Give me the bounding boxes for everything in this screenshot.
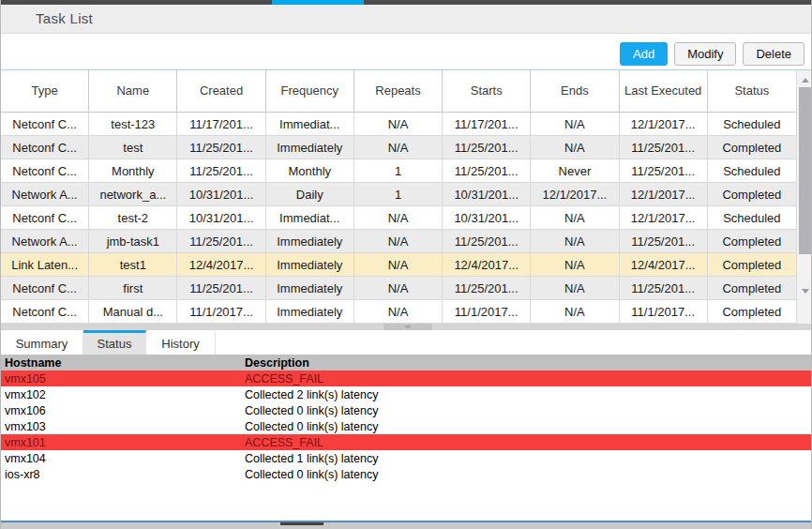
table-cell: Never — [531, 159, 619, 183]
column-header-frequency[interactable]: Frequency — [266, 70, 354, 112]
table-cell: Network A... — [1, 230, 89, 253]
status-row[interactable]: vmx104Collected 1 link(s) latency — [1, 450, 811, 466]
column-header-starts[interactable]: Starts — [443, 70, 531, 112]
page-title: Task List — [36, 10, 93, 26]
hostname-cell: vmx105 — [1, 370, 245, 386]
scroll-up-button[interactable] — [797, 73, 812, 86]
table-cell: N/A — [354, 206, 443, 230]
table-cell: 11/25/201... — [177, 159, 265, 183]
status-row[interactable]: vmx103Collected 0 link(s) latency — [1, 418, 811, 434]
table-cell: Immediately — [266, 230, 354, 253]
table-cell: N/A — [531, 206, 619, 230]
table-cell: Immediat... — [266, 206, 354, 230]
delete-button[interactable]: Delete — [743, 42, 804, 66]
toolbar-buttons: AddModifyDelete — [620, 42, 804, 66]
table-cell: 10/31/201... — [177, 183, 265, 206]
table-cell: Netconf C... — [1, 136, 89, 159]
description-cell: ACCESS_FAIL — [245, 370, 811, 386]
column-header-ends[interactable]: Ends — [531, 70, 619, 112]
table-row[interactable]: Netconf C...test-210/31/201...Immediat..… — [1, 206, 796, 230]
table-cell: Completed — [708, 136, 796, 159]
table-cell: Netconf C... — [1, 159, 89, 183]
table-cell: Immediat... — [266, 113, 354, 136]
task-table-header: TypeNameCreatedFrequencyRepeatsStartsEnd… — [1, 70, 796, 113]
table-cell: N/A — [354, 113, 443, 136]
table-cell: 11/25/201... — [620, 136, 708, 159]
table-cell: Netconf C... — [1, 206, 89, 230]
hostname-cell: vmx104 — [1, 450, 245, 466]
column-header-last-executed[interactable]: Last Executed — [620, 70, 708, 112]
table-cell: N/A — [354, 300, 443, 324]
table-cell: Scheduled — [708, 159, 796, 183]
table-cell: Completed — [708, 277, 796, 300]
table-cell: Completed — [708, 300, 796, 324]
table-row[interactable]: Netconf C...test-12311/17/201...Immediat… — [1, 113, 796, 136]
table-cell: Completed — [708, 230, 796, 253]
column-header-name[interactable]: Name — [89, 70, 177, 112]
status-table-header: Hostname Description — [1, 355, 811, 370]
table-cell: 11/25/201... — [177, 136, 265, 159]
table-cell: jmb-task1 — [89, 230, 177, 253]
description-cell: Collected 0 link(s) latency — [245, 466, 811, 482]
table-cell: 11/25/201... — [620, 159, 708, 183]
task-list-window: Task List AddModifyDelete TypeNameCreate… — [0, 0, 812, 529]
table-row[interactable]: Network A...jmb-task111/25/201...Immedia… — [1, 230, 796, 253]
status-row[interactable]: vmx102Collected 2 link(s) latency — [1, 386, 811, 402]
column-header-status[interactable]: Status — [708, 70, 796, 112]
description-cell: Collected 2 link(s) latency — [245, 386, 811, 402]
scrollbar-thumb[interactable] — [799, 87, 811, 254]
table-cell: 12/1/2017... — [531, 183, 619, 206]
hostname-cell: vmx106 — [1, 402, 245, 418]
table-cell: 12/1/2017... — [620, 183, 708, 206]
panel-splitter[interactable] — [1, 324, 811, 330]
table-cell: 11/17/201... — [443, 113, 531, 136]
table-cell: N/A — [531, 136, 619, 159]
table-cell: test — [89, 136, 177, 159]
status-row[interactable]: vmx101ACCESS_FAIL — [1, 434, 811, 450]
table-row[interactable]: Netconf C...test11/25/201...ImmediatelyN… — [1, 136, 796, 159]
status-row[interactable]: ios-xr8Collected 0 link(s) latency — [1, 466, 811, 482]
hostname-column-header: Hostname — [1, 355, 245, 370]
table-cell: 11/25/201... — [620, 277, 708, 300]
status-row[interactable]: vmx105ACCESS_FAIL — [1, 370, 811, 386]
table-cell: N/A — [531, 277, 619, 300]
add-button[interactable]: Add — [620, 42, 668, 66]
table-cell: Completed — [708, 183, 796, 206]
table-cell: 12/4/2017... — [443, 253, 531, 277]
table-cell: N/A — [531, 113, 619, 136]
column-header-type[interactable]: Type — [1, 70, 89, 112]
table-row[interactable]: Netconf C...first11/25/201...Immediately… — [1, 277, 796, 300]
vertical-scrollbar[interactable] — [796, 70, 812, 324]
table-cell: first — [89, 277, 177, 300]
table-cell: Scheduled — [708, 206, 796, 230]
modify-button[interactable]: Modify — [674, 42, 736, 66]
status-row[interactable]: vmx106Collected 0 link(s) latency — [1, 402, 811, 418]
table-cell: Daily — [266, 183, 354, 206]
table-cell: network_a... — [89, 183, 177, 206]
scroll-down-button[interactable] — [797, 284, 812, 297]
table-cell: 11/1/2017... — [620, 300, 708, 324]
table-cell: test-123 — [89, 113, 177, 136]
task-table: TypeNameCreatedFrequencyRepeatsStartsEnd… — [1, 69, 812, 324]
column-header-repeats[interactable]: Repeats — [354, 70, 443, 112]
table-cell: N/A — [354, 277, 443, 300]
table-row[interactable]: Link Laten...test112/4/2017...Immediatel… — [1, 253, 796, 277]
table-row[interactable]: Netconf C...Manual d...11/1/2017...Immed… — [1, 300, 796, 324]
table-cell: N/A — [354, 230, 443, 253]
table-cell: test1 — [89, 253, 177, 277]
table-cell: Immediately — [266, 277, 354, 300]
description-cell: ACCESS_FAIL — [245, 434, 811, 450]
table-cell: N/A — [354, 253, 443, 277]
tab-history[interactable]: History — [146, 330, 216, 355]
column-header-created[interactable]: Created — [177, 70, 265, 112]
tab-summary[interactable]: Summary — [1, 330, 83, 355]
hostname-cell: ios-xr8 — [1, 466, 245, 482]
hostname-cell: vmx103 — [1, 418, 245, 434]
table-row[interactable]: Network A...network_a...10/31/201...Dail… — [1, 183, 796, 206]
collapse-handle[interactable] — [383, 324, 432, 330]
bottom-scrollbar-thumb[interactable] — [280, 522, 323, 525]
table-cell: Immediately — [266, 300, 354, 324]
table-row[interactable]: Netconf C...Monthly11/25/201...Monthly11… — [1, 159, 796, 183]
status-table-body: vmx105ACCESS_FAILvmx102Collected 2 link(… — [1, 370, 811, 482]
tab-status[interactable]: Status — [83, 330, 146, 355]
